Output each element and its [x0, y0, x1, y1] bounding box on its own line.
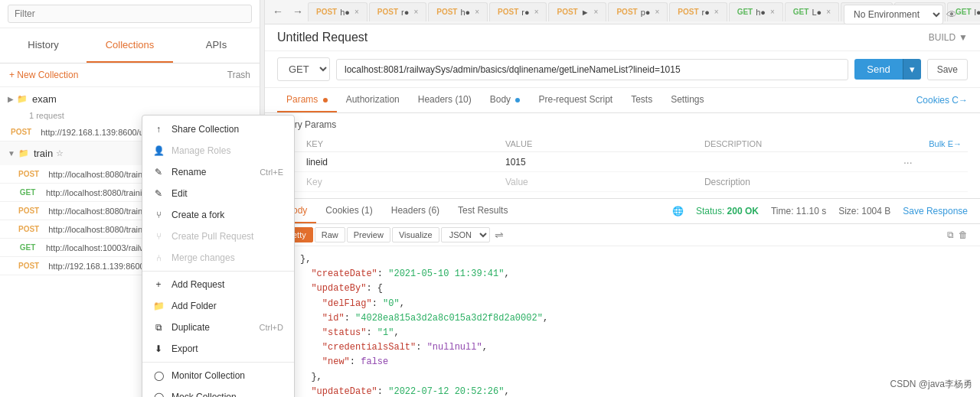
tab-item-5[interactable]: POSTp●× — [608, 2, 668, 21]
pull-request-icon: ⑂ — [153, 231, 164, 242]
req-tab-tests[interactable]: Tests — [622, 88, 662, 112]
tab-close-icon[interactable]: × — [534, 8, 539, 16]
search-input[interactable] — [8, 5, 252, 23]
tab-close-icon[interactable]: × — [413, 8, 418, 16]
collection-exam-header[interactable]: ▶ 📁 exam — [0, 87, 260, 111]
cookies-link[interactable]: Cookies C→ — [916, 95, 968, 106]
resp-tab-cookies[interactable]: Cookies (1) — [316, 199, 381, 223]
build-label: BUILD — [929, 32, 956, 43]
menu-item-export[interactable]: ⬇ Export — [142, 338, 294, 360]
method-badge: GET — [15, 242, 40, 252]
format-preview-button[interactable]: Preview — [347, 227, 390, 242]
value-input[interactable] — [505, 157, 692, 168]
code-line: 16 "new": false — [277, 355, 968, 369]
key-input[interactable] — [306, 177, 493, 187]
req-tab-authorization[interactable]: Authorization — [337, 88, 409, 112]
menu-item-label: Manage Roles — [172, 145, 283, 156]
tab-item-2[interactable]: POSTh●× — [428, 2, 488, 21]
key-input[interactable] — [306, 157, 493, 168]
tab-name: r● — [521, 8, 529, 17]
environment-select[interactable]: No Environment — [844, 5, 943, 24]
tab-close-icon[interactable]: × — [594, 8, 599, 16]
tab-item-3[interactable]: POSTr●× — [489, 2, 547, 21]
sidebar-search-bar[interactable] — [0, 0, 260, 28]
wrap-icon[interactable]: ⇌ — [495, 229, 504, 241]
tab-item-1[interactable]: POSTr●× — [369, 2, 426, 21]
description-input[interactable] — [704, 177, 891, 187]
copy-icon[interactable]: ⧉ — [947, 229, 954, 240]
menu-item-pull-request[interactable]: ⑂ Create Pull Request — [142, 226, 294, 247]
menu-item-edit[interactable]: ✎ Edit — [142, 183, 294, 204]
more-options-icon[interactable]: ··· — [903, 156, 913, 168]
chevron-down-icon: ▼ — [959, 32, 968, 43]
req-tab-body[interactable]: Body — [481, 88, 530, 112]
menu-item-monitor[interactable]: ◯ Monitor Collection — [142, 365, 294, 386]
menu-item-merge[interactable]: ⑃ Merge changes — [142, 247, 294, 268]
bulk-edit-button[interactable]: Bulk E→ — [897, 136, 968, 152]
resp-tab-headers[interactable]: Headers (6) — [382, 199, 449, 223]
send-dropdown-button[interactable]: ▾ — [903, 59, 921, 80]
tab-close-icon[interactable]: × — [826, 8, 831, 16]
format-visualize-button[interactable]: Visualize — [392, 227, 439, 242]
eye-icon[interactable]: 👁 — [946, 8, 957, 21]
tab-close-icon[interactable]: × — [714, 8, 719, 16]
chevron-icon: ▶ — [8, 95, 14, 103]
tab-item-0[interactable]: POSTh●× — [308, 2, 368, 21]
tab-close-icon[interactable]: × — [770, 8, 775, 16]
menu-item-rename[interactable]: ✎ Rename Ctrl+E — [142, 161, 294, 183]
user-icon: 👤 — [153, 145, 164, 156]
tab-item-7[interactable]: GETh●× — [729, 2, 783, 21]
tab-close-icon[interactable]: × — [475, 8, 479, 16]
param-value-cell — [499, 152, 698, 172]
menu-item-add-folder[interactable]: 📁 Add Folder — [142, 295, 294, 317]
method-badge: POST — [15, 169, 42, 179]
fork-icon: ⑂ — [153, 210, 164, 220]
folder-icon: 📁 — [18, 148, 29, 158]
save-response-button[interactable]: Save Response — [903, 206, 968, 216]
shortcut-label: Ctrl+D — [260, 323, 283, 332]
req-tab-headers[interactable]: Headers (10) — [409, 88, 481, 112]
tab-close-icon[interactable]: × — [655, 8, 659, 16]
context-menu: ↑ Share Collection 👤 Manage Roles ✎ Rena… — [142, 115, 295, 397]
sidebar-tab-history[interactable]: History — [0, 28, 87, 63]
star-icon[interactable]: ☆ — [56, 148, 64, 158]
menu-item-label: Rename — [172, 167, 252, 177]
clear-icon[interactable]: 🗑 — [959, 229, 968, 240]
menu-item-fork[interactable]: ⑂ Create a fork — [142, 204, 294, 226]
url-input[interactable] — [336, 59, 848, 80]
menu-item-label: Monitor Collection — [172, 370, 283, 381]
save-button[interactable]: Save — [927, 59, 968, 80]
menu-item-mock[interactable]: ◯ Mock Collection — [142, 386, 294, 397]
resp-tab-test-results[interactable]: Test Results — [449, 199, 517, 223]
tab-close-icon[interactable]: × — [354, 8, 359, 16]
description-input[interactable] — [704, 157, 891, 168]
method-select[interactable]: GET — [277, 57, 330, 81]
tab-item-6[interactable]: POSTr●× — [669, 2, 727, 21]
req-tab-settings[interactable]: Settings — [662, 88, 713, 112]
menu-divider — [142, 271, 294, 272]
sidebar-tab-apis[interactable]: APIs — [173, 28, 260, 63]
menu-item-manage-roles[interactable]: 👤 Manage Roles — [142, 140, 294, 161]
response-area: Body Cookies (1) Headers (6) Test Result… — [265, 198, 980, 397]
tab-item-4[interactable]: POST►× — [548, 2, 606, 21]
nav-forward-button[interactable]: → — [288, 2, 308, 21]
nav-back-button[interactable]: ← — [268, 2, 288, 21]
new-collection-button[interactable]: + New Collection — [9, 70, 78, 80]
sidebar-tab-collections[interactable]: Collections — [87, 28, 173, 63]
menu-item-duplicate[interactable]: ⧉ Duplicate Ctrl+D — [142, 317, 294, 338]
param-key-cell — [300, 172, 499, 192]
json-format-select[interactable]: JSON — [441, 227, 490, 242]
top-bar: ← → POSTh●× POSTr●× POSTh●× POSTr●× POST… — [265, 0, 980, 24]
value-input[interactable] — [505, 177, 692, 187]
tab-item-8[interactable]: GETL●× — [785, 2, 839, 21]
menu-item-share[interactable]: ↑ Share Collection — [142, 119, 294, 140]
send-button[interactable]: Send — [854, 59, 902, 80]
build-button[interactable]: BUILD ▼ — [929, 32, 968, 43]
tab-name: r● — [702, 8, 710, 17]
monitor-icon: ◯ — [153, 370, 164, 381]
format-raw-button[interactable]: Raw — [315, 227, 345, 242]
menu-item-add-request[interactable]: + Add Request — [142, 274, 294, 295]
req-tab-params[interactable]: Params — [277, 88, 337, 112]
req-tab-prerequest[interactable]: Pre-request Script — [529, 88, 622, 112]
trash-button[interactable]: Trash — [227, 70, 250, 80]
